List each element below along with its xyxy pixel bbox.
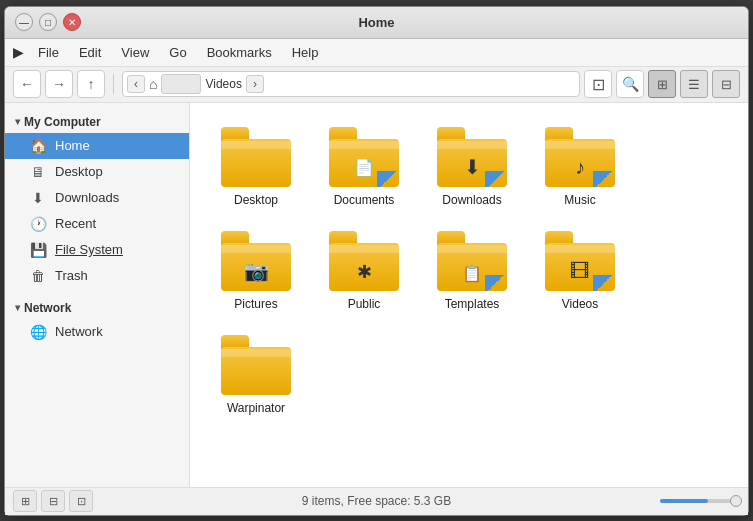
- toolbar: ← → ↑ ‹ ⌂ Videos › ⊡ 🔍 ⊞ ☰ ⊟: [5, 67, 748, 103]
- file-item-downloads[interactable]: ⬇ Downloads: [422, 119, 522, 215]
- statusbar-btn-1[interactable]: ⊞: [13, 490, 37, 512]
- up-button[interactable]: ↑: [77, 70, 105, 98]
- file-item-documents[interactable]: 📄 Documents: [314, 119, 414, 215]
- search-button[interactable]: 🔍: [616, 70, 644, 98]
- slider-fill: [660, 499, 708, 503]
- desktop-icon: 🖥: [29, 164, 47, 180]
- sidebar-item-downloads-label: Downloads: [55, 190, 119, 205]
- zoom-slider[interactable]: [660, 499, 740, 503]
- file-name-music: Music: [564, 193, 595, 207]
- minimize-button[interactable]: —: [15, 13, 33, 31]
- menu-go[interactable]: Go: [161, 43, 194, 62]
- videos-overlay: 🎞: [570, 260, 590, 283]
- sidebar-item-filesystem-label: File System: [55, 242, 123, 257]
- statusbar-btn-2[interactable]: ⊟: [41, 490, 65, 512]
- network-icon: 🌐: [29, 324, 47, 340]
- list-view-button[interactable]: ☰: [680, 70, 708, 98]
- file-item-pictures[interactable]: 📷 Pictures: [206, 223, 306, 319]
- my-computer-label: My Computer: [24, 115, 101, 129]
- network-section[interactable]: ▾ Network: [5, 297, 189, 319]
- breadcrumb: Videos: [205, 77, 241, 91]
- my-computer-section[interactable]: ▾ My Computer: [5, 111, 189, 133]
- folder-icon-warpinator: [221, 335, 291, 395]
- folder-icon-templates: 📋: [437, 231, 507, 291]
- network-label: Network: [24, 301, 71, 315]
- zoom-fit-button[interactable]: ⊡: [584, 70, 612, 98]
- close-button[interactable]: ✕: [63, 13, 81, 31]
- menubar: ▶ File Edit View Go Bookmarks Help: [5, 39, 748, 67]
- back-button[interactable]: ←: [13, 70, 41, 98]
- slider-thumb[interactable]: [730, 495, 742, 507]
- sidebar-item-trash[interactable]: 🗑 Trash: [5, 263, 189, 289]
- sidebar-item-desktop-label: Desktop: [55, 164, 103, 179]
- sidebar-item-trash-label: Trash: [55, 268, 88, 283]
- menu-bookmarks[interactable]: Bookmarks: [199, 43, 280, 62]
- file-name-warpinator: Warpinator: [227, 401, 285, 415]
- folder-icon-documents: 📄: [329, 127, 399, 187]
- statusbar-text: 9 items, Free space: 5.3 GB: [93, 494, 660, 508]
- menu-help[interactable]: Help: [284, 43, 327, 62]
- public-overlay: ✱: [357, 261, 372, 283]
- trash-icon: 🗑: [29, 268, 47, 284]
- folder-icon-music: ♪: [545, 127, 615, 187]
- forward-button[interactable]: →: [45, 70, 73, 98]
- downloads-overlay: ⬇: [464, 155, 481, 179]
- path-display: [161, 74, 201, 94]
- sidebar-item-network[interactable]: 🌐 Network: [5, 319, 189, 345]
- maximize-button[interactable]: □: [39, 13, 57, 31]
- detail-view-button[interactable]: ⊟: [712, 70, 740, 98]
- sidebar-item-recent-label: Recent: [55, 216, 96, 231]
- music-overlay: ♪: [575, 156, 585, 179]
- window-title: Home: [81, 15, 672, 30]
- file-item-public[interactable]: ✱ Public: [314, 223, 414, 319]
- folder-icon-downloads: ⬇: [437, 127, 507, 187]
- cursor-icon: ▶: [13, 44, 24, 60]
- menu-view[interactable]: View: [113, 43, 157, 62]
- file-name-documents: Documents: [334, 193, 395, 207]
- sidebar: ▾ My Computer 🏠 Home 🖥 Desktop ⬇ Downloa…: [5, 103, 190, 487]
- file-name-videos: Videos: [562, 297, 598, 311]
- file-name-public: Public: [348, 297, 381, 311]
- sidebar-item-home-label: Home: [55, 138, 90, 153]
- toolbar-separator: [113, 74, 114, 94]
- home-nav-icon[interactable]: ⌂: [149, 76, 157, 92]
- sidebar-item-home[interactable]: 🏠 Home: [5, 133, 189, 159]
- filesystem-icon: 💾: [29, 242, 47, 258]
- file-item-desktop[interactable]: Desktop: [206, 119, 306, 215]
- file-name-templates: Templates: [445, 297, 500, 311]
- breadcrumb-item: Videos: [205, 77, 241, 91]
- docs-overlay: 📄: [354, 158, 374, 177]
- pictures-overlay: 📷: [244, 259, 269, 283]
- templates-overlay: 📋: [462, 264, 482, 283]
- file-name-downloads: Downloads: [442, 193, 501, 207]
- file-item-warpinator[interactable]: Warpinator: [206, 327, 306, 423]
- downloads-icon: ⬇: [29, 190, 47, 206]
- slider-track[interactable]: [660, 499, 740, 503]
- section-arrow: ▾: [15, 116, 20, 127]
- home-icon: 🏠: [29, 138, 47, 154]
- statusbar-btn-3[interactable]: ⊡: [69, 490, 93, 512]
- view-controls: ⊡ 🔍 ⊞ ☰ ⊟: [584, 70, 740, 98]
- statusbar: ⊞ ⊟ ⊡ 9 items, Free space: 5.3 GB: [5, 487, 748, 515]
- sidebar-item-downloads[interactable]: ⬇ Downloads: [5, 185, 189, 211]
- menu-file[interactable]: File: [30, 43, 67, 62]
- file-area: Desktop 📄 Documents: [190, 103, 748, 487]
- sidebar-item-desktop[interactable]: 🖥 Desktop: [5, 159, 189, 185]
- sidebar-item-recent[interactable]: 🕐 Recent: [5, 211, 189, 237]
- file-item-templates[interactable]: 📋 Templates: [422, 223, 522, 319]
- network-arrow: ▾: [15, 302, 20, 313]
- menu-edit[interactable]: Edit: [71, 43, 109, 62]
- file-grid: Desktop 📄 Documents: [206, 119, 732, 423]
- folder-icon-videos: 🎞: [545, 231, 615, 291]
- nav-right-button[interactable]: ›: [246, 75, 264, 93]
- file-item-videos[interactable]: 🎞 Videos: [530, 223, 630, 319]
- grid-view-button[interactable]: ⊞: [648, 70, 676, 98]
- file-item-music[interactable]: ♪ Music: [530, 119, 630, 215]
- location-bar: ‹ ⌂ Videos ›: [122, 71, 580, 97]
- file-name-pictures: Pictures: [234, 297, 277, 311]
- nav-left-button[interactable]: ‹: [127, 75, 145, 93]
- sidebar-item-filesystem[interactable]: 💾 File System: [5, 237, 189, 263]
- statusbar-buttons: ⊞ ⊟ ⊡: [13, 490, 93, 512]
- main-content: ▾ My Computer 🏠 Home 🖥 Desktop ⬇ Downloa…: [5, 103, 748, 487]
- recent-icon: 🕐: [29, 216, 47, 232]
